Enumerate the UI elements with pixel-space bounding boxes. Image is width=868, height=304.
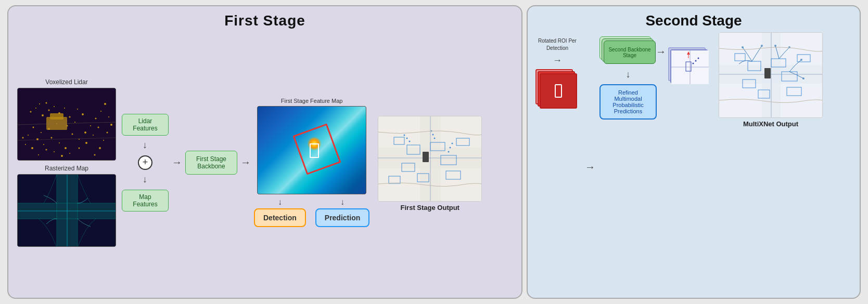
svg-point-41	[31, 147, 33, 149]
prediction-col: ↓ Prediction	[315, 197, 369, 227]
svg-point-10	[69, 116, 71, 117]
svg-point-38	[54, 151, 55, 152]
roi-section: Rotated ROI Per Detection →	[534, 32, 581, 111]
svg-point-34	[85, 142, 87, 144]
svg-point-44	[108, 116, 109, 117]
lidar-image-block: Voxelized Lidar	[15, 78, 119, 161]
svg-rect-68	[423, 152, 429, 162]
svg-point-112	[774, 45, 776, 47]
second-backbone-stack: Second Backbone Stage	[599, 36, 657, 65]
multix-output-label: MultiXNet Output	[743, 120, 798, 128]
svg-point-85	[450, 147, 451, 148]
svg-point-47	[103, 140, 104, 141]
first-stage-title: First Stage	[15, 12, 515, 29]
svg-point-82	[432, 134, 434, 135]
svg-point-29	[95, 117, 97, 119]
arrow-to-backbone: →	[172, 156, 182, 168]
svg-point-27	[84, 131, 86, 134]
up-arrow-map: →	[137, 175, 153, 184]
second-stage-content: Rotated ROI Per Detection → →	[534, 32, 853, 292]
arrow-to-prediction: ↓	[340, 197, 344, 207]
svg-point-39	[46, 149, 47, 150]
svg-point-24	[65, 147, 67, 149]
svg-point-13	[74, 122, 75, 123]
first-stage-content: Voxelized Lidar	[15, 33, 515, 292]
multix-output-column: MultiXNet Output	[719, 32, 823, 128]
svg-point-30	[100, 111, 101, 112]
roi-layer-3	[540, 73, 577, 109]
first-stage-panel: First Stage Voxelized Lidar	[7, 5, 522, 299]
arrow-roi-to-backbone: →	[585, 161, 595, 173]
svg-point-86	[452, 142, 453, 144]
map-features-box: Map Features	[122, 190, 169, 212]
feature-map-label: First Stage Feature Map	[281, 98, 343, 104]
svg-point-28	[90, 125, 91, 126]
arrow-backbone-to-refined: ↓	[626, 69, 631, 80]
svg-point-9	[64, 108, 65, 109]
second-output-section: →	[663, 32, 712, 86]
svg-rect-51	[50, 113, 63, 120]
svg-point-6	[46, 102, 47, 103]
rotated-roi-label: Rotated ROI Per Detection	[534, 37, 581, 52]
multix-output-map	[719, 32, 823, 118]
lidar-image	[17, 88, 116, 161]
feature-map-img	[257, 106, 366, 194]
main-container: First Stage Voxelized Lidar	[7, 5, 861, 299]
svg-point-36	[69, 153, 70, 154]
output-stack	[668, 47, 712, 86]
svg-point-48	[99, 147, 101, 149]
backbone-refined-col: Second Backbone Stage ↓ Refined Multimod…	[599, 32, 657, 120]
output-layer-2	[670, 49, 708, 83]
arrow-to-output-stack: →	[656, 46, 666, 58]
down-arrow-1: →	[137, 141, 153, 150]
svg-point-40	[38, 154, 39, 155]
svg-point-12	[82, 113, 84, 115]
svg-point-18	[33, 126, 34, 128]
svg-point-79	[406, 137, 408, 139]
svg-point-78	[409, 140, 411, 142]
svg-point-114	[800, 59, 802, 61]
svg-point-2	[35, 108, 36, 109]
svg-point-23	[59, 142, 60, 143]
svg-point-43	[22, 137, 24, 138]
svg-point-33	[93, 135, 94, 136]
roi-car	[555, 84, 562, 98]
svg-point-7	[54, 106, 55, 107]
svg-point-93	[693, 63, 694, 64]
plus-circle: +	[138, 155, 152, 170]
svg-point-11	[77, 109, 78, 110]
prediction-badge: Prediction	[315, 208, 369, 227]
svg-point-84	[448, 151, 450, 152]
refined-box: Refined Multimodal Probabilistic Predict…	[599, 84, 657, 120]
svg-point-37	[61, 155, 63, 157]
svg-point-1	[30, 111, 32, 112]
svg-point-31	[104, 103, 106, 105]
svg-point-45	[110, 124, 112, 126]
svg-point-110	[742, 46, 744, 48]
svg-point-22	[51, 137, 53, 138]
svg-point-49	[94, 154, 96, 155]
lidar-pipe: Lidar Features	[122, 103, 169, 136]
svg-point-4	[48, 109, 50, 111]
roi-stack	[535, 69, 580, 111]
lidar-label: Voxelized Lidar	[45, 78, 87, 86]
arrow-to-detection: ↓	[278, 197, 282, 207]
svg-point-115	[802, 77, 805, 80]
first-backbone-box: First Stage Backbone	[185, 151, 237, 175]
feature-map-column: First Stage Feature Map ↓ Detection ↓	[254, 98, 369, 227]
svg-point-19	[28, 135, 29, 136]
svg-rect-101	[764, 68, 771, 78]
svg-point-3	[42, 114, 44, 116]
second-stage-title: Second Stage	[534, 12, 853, 29]
detection-badge: Detection	[254, 208, 306, 227]
svg-point-80	[404, 134, 405, 136]
backbone-layer-3: Second Backbone Stage	[604, 41, 656, 64]
map-label: Rasterized Map	[45, 165, 88, 172]
svg-point-25	[72, 133, 73, 135]
svg-point-42	[25, 144, 26, 145]
input-images: Voxelized Lidar	[15, 78, 119, 247]
map-image-block: Rasterized Map	[15, 165, 119, 247]
arrow-to-featuremap: →	[240, 156, 251, 168]
first-output-label: First Stage Output	[401, 204, 459, 212]
svg-point-46	[107, 131, 108, 133]
